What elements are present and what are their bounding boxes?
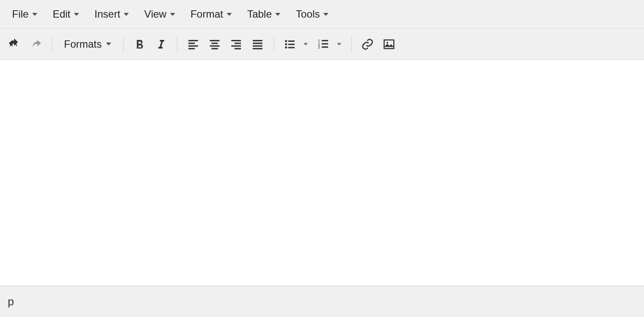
svg-point-18 (285, 43, 287, 45)
image-button[interactable] (379, 34, 399, 54)
element-path[interactable]: p (8, 295, 14, 308)
svg-rect-13 (253, 43, 263, 44)
svg-rect-2 (188, 45, 198, 46)
toolbar-list-group: 1 2 3 (280, 34, 345, 54)
chevron-down-icon (275, 13, 280, 16)
toolbar: Formats (0, 29, 644, 60)
toolbar-align-group (183, 34, 267, 54)
align-justify-button[interactable] (248, 34, 267, 54)
svg-rect-14 (253, 45, 263, 46)
divider (273, 36, 274, 53)
svg-rect-19 (288, 43, 295, 45)
link-icon (361, 38, 374, 51)
svg-rect-6 (210, 45, 220, 46)
italic-button[interactable] (151, 34, 171, 54)
align-left-icon (187, 38, 200, 51)
toolbar-insert-group (358, 34, 399, 54)
svg-point-16 (285, 40, 287, 42)
editor-content-area[interactable] (0, 60, 644, 286)
toolbar-format-group: Formats (58, 34, 117, 54)
menu-format[interactable]: Format (183, 5, 240, 24)
svg-rect-27 (322, 46, 328, 48)
chevron-down-icon (323, 13, 328, 16)
align-justify-icon (251, 38, 264, 51)
svg-rect-7 (212, 48, 218, 49)
numbered-list-button[interactable]: 1 2 3 (313, 34, 333, 54)
svg-rect-12 (253, 40, 263, 41)
align-center-icon (208, 38, 221, 51)
bold-icon (133, 38, 146, 51)
align-right-button[interactable] (226, 34, 246, 54)
svg-rect-0 (188, 40, 198, 41)
image-icon (383, 38, 395, 51)
chevron-down-icon (106, 43, 111, 46)
formats-label: Formats (64, 38, 102, 50)
svg-rect-3 (188, 48, 195, 49)
chevron-down-icon (227, 13, 232, 16)
bullet-list-button[interactable] (280, 34, 300, 54)
menu-insert[interactable]: Insert (87, 5, 137, 24)
svg-rect-23 (322, 40, 328, 41)
menu-tools[interactable]: Tools (288, 5, 336, 24)
chevron-down-icon (170, 13, 175, 16)
svg-rect-4 (210, 40, 220, 41)
svg-rect-11 (234, 48, 241, 49)
bullet-list-dropdown[interactable] (300, 34, 312, 54)
menu-edit[interactable]: Edit (45, 5, 87, 24)
undo-icon (8, 38, 21, 51)
svg-rect-1 (188, 43, 195, 44)
svg-rect-25 (322, 43, 328, 44)
divider (351, 36, 352, 53)
align-center-button[interactable] (205, 34, 225, 54)
chevron-down-icon (337, 43, 341, 46)
menu-format-label: Format (191, 8, 223, 20)
bullet-list-icon (283, 38, 296, 51)
menu-table[interactable]: Table (240, 5, 288, 24)
menu-view-label: View (144, 8, 167, 20)
undo-button[interactable] (4, 34, 24, 54)
menubar: File Edit Insert View Format Table Tools (0, 0, 644, 29)
svg-rect-9 (234, 43, 241, 44)
svg-rect-21 (288, 47, 295, 48)
menu-table-label: Table (247, 8, 272, 20)
redo-button[interactable] (26, 34, 46, 54)
menu-view[interactable]: View (137, 5, 183, 24)
align-left-button[interactable] (183, 34, 203, 54)
svg-text:3: 3 (318, 45, 320, 49)
menu-file-label: File (12, 8, 29, 20)
svg-rect-17 (288, 40, 295, 42)
svg-point-29 (386, 42, 388, 43)
svg-rect-8 (231, 40, 241, 41)
chevron-down-icon (124, 13, 129, 16)
svg-rect-5 (212, 43, 218, 44)
menu-insert-label: Insert (94, 8, 120, 20)
bold-button[interactable] (130, 34, 149, 54)
redo-icon (29, 38, 42, 51)
divider (52, 36, 52, 53)
svg-rect-15 (253, 48, 263, 49)
formats-dropdown[interactable]: Formats (58, 34, 117, 54)
toolbar-text-style-group (130, 34, 171, 54)
italic-icon (155, 38, 167, 51)
svg-rect-10 (231, 45, 241, 46)
menu-tools-label: Tools (296, 8, 320, 20)
menu-file[interactable]: File (4, 5, 45, 24)
chevron-down-icon (304, 43, 308, 46)
svg-point-20 (285, 46, 287, 49)
divider (123, 36, 124, 53)
chevron-down-icon (32, 13, 37, 16)
chevron-down-icon (74, 13, 79, 16)
numbered-list-dropdown[interactable] (333, 34, 345, 54)
toolbar-history-group (4, 34, 46, 54)
link-button[interactable] (358, 34, 377, 54)
svg-rect-28 (384, 40, 394, 49)
menu-edit-label: Edit (53, 8, 70, 20)
align-right-icon (230, 38, 243, 51)
divider (177, 36, 177, 53)
numbered-list-icon: 1 2 3 (317, 38, 330, 51)
statusbar: p (0, 286, 644, 317)
